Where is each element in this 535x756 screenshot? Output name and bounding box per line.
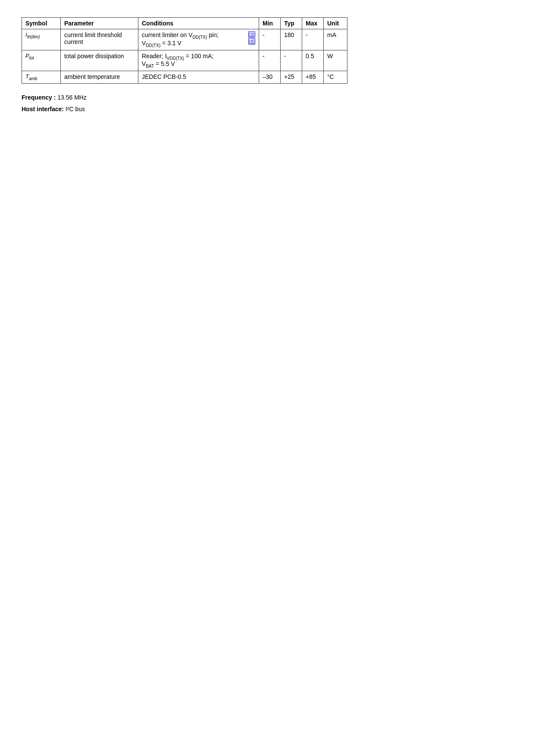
header-min: Min — [259, 18, 281, 29]
max-tamb: +85 — [302, 71, 324, 84]
header-unit: Unit — [324, 18, 347, 29]
min-tamb: –30 — [259, 71, 281, 84]
table-row: Tamb ambient temperature JEDEC PCB-0.5 –… — [22, 71, 347, 84]
header-max: Max — [302, 18, 324, 29]
table-row: Ith(ilim) current limit threshold curren… — [22, 29, 347, 50]
frequency-label: Frequency : — [22, 94, 56, 101]
header-symbol: Symbol — [22, 18, 61, 29]
refs-ithlim: [3] [4] — [248, 31, 255, 44]
unit-tamb: °C — [324, 71, 347, 84]
header-typ: Typ — [281, 18, 302, 29]
ref4-link[interactable]: [4] — [248, 38, 255, 44]
host-interface-line: Host interface: I²C bus — [22, 104, 513, 115]
symbol-tamb: Tamb — [22, 71, 61, 84]
unit-ptot: W — [324, 50, 347, 71]
parameter-ithlim: current limit threshold current — [61, 29, 138, 50]
typ-ithlim: 180 — [281, 29, 302, 50]
host-value: I²C bus — [64, 106, 85, 112]
parameter-tamb: ambient temperature — [61, 71, 138, 84]
typ-tamb: +25 — [281, 71, 302, 84]
parameter-ptot: total power dissipation — [61, 50, 138, 71]
table-row: Ptot total power dissipation Reader; IVD… — [22, 50, 347, 71]
conditions-ptot: Reader; IVDD(TX) = 100 mA; VBAT = 5.5 V — [138, 50, 259, 71]
footer-section: Frequency : 13.56 MHz Host interface: I²… — [22, 92, 513, 115]
conditions-tamb: JEDEC PCB-0.5 — [138, 71, 259, 84]
specs-table-container: Symbol Parameter Conditions Min Typ Max … — [22, 17, 513, 84]
header-conditions: Conditions — [138, 18, 259, 29]
symbol-ithlim: Ith(ilim) — [22, 29, 61, 50]
frequency-value: 13.56 MHz — [56, 94, 87, 101]
symbol-sub-ithlim: th(ilim) — [27, 34, 40, 39]
header-parameter: Parameter — [61, 18, 138, 29]
min-ptot: - — [259, 50, 281, 71]
specs-table: Symbol Parameter Conditions Min Typ Max … — [22, 17, 347, 84]
symbol-sub-ptot: tot — [29, 55, 34, 60]
ref3-link[interactable]: [3] — [248, 31, 255, 37]
max-ptot: 0.5 — [302, 50, 324, 71]
unit-ithlim: mA — [324, 29, 347, 50]
conditions-text-ithlim: current limiter on VDD(TX) pin; VDD(TX) … — [142, 31, 247, 48]
symbol-ptot: Ptot — [22, 50, 61, 71]
symbol-sub-tamb: amb — [29, 76, 37, 81]
host-label: Host interface: — [22, 106, 64, 112]
min-ithlim: - — [259, 29, 281, 50]
conditions-ithlim: current limiter on VDD(TX) pin; VDD(TX) … — [138, 29, 259, 50]
frequency-line: Frequency : 13.56 MHz — [22, 92, 513, 103]
max-ithlim: - — [302, 29, 324, 50]
typ-ptot: - — [281, 50, 302, 71]
